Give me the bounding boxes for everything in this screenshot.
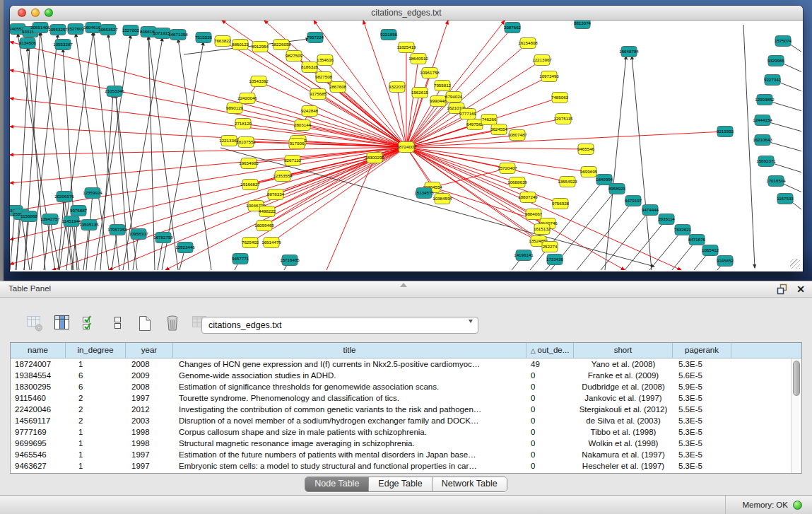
table-row[interactable]: 1456911722003Disruption of a novel membe… <box>11 415 801 426</box>
graph-node[interactable]: 6794024 <box>445 92 463 103</box>
graph-node[interactable]: 18807249 <box>518 192 538 203</box>
table-scrollbar-thumb[interactable] <box>793 361 800 396</box>
graph-node[interactable]: 12975115 <box>553 114 573 124</box>
graph-node[interactable]: 746266 <box>481 115 497 125</box>
graph-node[interactable]: 16099469 <box>254 221 274 231</box>
graph-node[interactable]: 15134575 <box>414 188 434 199</box>
graph-node[interactable]: 17016504 <box>766 176 786 187</box>
graph-node[interactable]: 14196141 <box>514 250 534 261</box>
graph-node[interactable]: 13942757 <box>40 214 60 225</box>
graph-node[interactable]: 12923446 <box>175 243 195 253</box>
graph-node[interactable]: 12444154 <box>753 115 772 126</box>
graph-node[interactable]: 9756928 <box>552 199 570 209</box>
graph-node[interactable]: 18107552 <box>236 137 256 148</box>
panel-resize-handle[interactable] <box>400 283 407 287</box>
close-panel-icon[interactable]: ✕ <box>796 284 805 295</box>
graph-node[interactable]: 8878334 <box>267 189 285 200</box>
graph-node[interactable]: 18226058 <box>271 40 291 50</box>
graph-node[interactable]: 9884067 <box>525 209 543 220</box>
graph-node[interactable]: 15720407 <box>498 163 517 174</box>
graph-node[interactable]: 7625402 <box>242 238 259 248</box>
graph-node[interactable]: 8813074 <box>574 21 592 29</box>
column-header-short[interactable]: short <box>574 343 673 358</box>
graph-node[interactable]: 10553287 <box>53 40 73 50</box>
graph-node[interactable]: 1733426 <box>546 255 564 265</box>
delete-rows-icon[interactable] <box>162 313 183 334</box>
graph-node[interactable]: 1167533 <box>777 194 794 204</box>
graph-node[interactable]: 7485063 <box>551 93 569 103</box>
window-titlebar[interactable]: citations_edges.txt <box>10 6 803 21</box>
graph-node[interactable]: 21053346 <box>105 86 124 97</box>
graph-node[interactable]: 12359924 <box>83 188 102 199</box>
graph-node[interactable]: 2087662 <box>504 23 522 33</box>
graph-node[interactable]: 8215953 <box>717 127 734 137</box>
graph-node[interactable]: 11451944 <box>61 216 81 227</box>
table-settings-icon[interactable] <box>24 313 45 334</box>
graph-node[interactable]: 7955812 <box>434 81 452 91</box>
graph-node[interactable]: 1615132 <box>534 224 551 235</box>
graph-node[interactable]: 7663822 <box>214 36 232 47</box>
graph-node[interactable]: 16154808 <box>518 38 538 49</box>
graph-node[interactable]: 8958923 <box>608 184 626 194</box>
tab-node-table[interactable]: Node Table <box>305 477 369 491</box>
memory-status-indicator-icon[interactable] <box>793 501 802 510</box>
graph-node[interactable]: 8186328 <box>301 62 319 73</box>
graph-node[interactable]: 2935114 <box>658 214 675 225</box>
graph-node[interactable]: 4498222 <box>259 206 276 217</box>
graph-node[interactable]: 1527802 <box>122 25 140 36</box>
graph-node[interactable]: 14671358 <box>168 30 188 40</box>
table-row[interactable]: 946362711997Embryonic stem cells: a mode… <box>11 460 801 472</box>
table-row[interactable]: 946554611997Estimation of the future num… <box>11 449 801 460</box>
table-row[interactable]: 1872400712008Changes of HCN gene express… <box>11 358 801 370</box>
table-row[interactable]: 911546021997Tourette syndrome. Phenomeno… <box>11 392 801 404</box>
graph-node[interactable]: 13654923 <box>558 177 577 187</box>
graph-node[interactable]: 20691406 <box>30 23 50 33</box>
graph-node[interactable]: 7957224 <box>307 33 324 43</box>
graph-node[interactable]: 16914479 <box>261 238 281 248</box>
float-panel-icon[interactable] <box>777 284 788 295</box>
graph-node[interactable]: 10958107 <box>129 229 148 240</box>
tab-edge-table[interactable]: Edge Table <box>369 477 432 491</box>
graph-node[interactable]: 7515526 <box>195 33 213 43</box>
graph-node[interactable]: 9827508 <box>315 72 333 83</box>
table-selector-dropdown[interactable]: citations_edges.txt <box>201 317 478 334</box>
graph-node[interactable]: 13505135 <box>79 220 99 230</box>
graph-node[interactable]: 8912954 <box>252 42 269 52</box>
row-height-icon[interactable] <box>107 313 128 334</box>
graph-node[interactable]: 1156868 <box>20 211 37 222</box>
graph-node[interactable]: 7632621 <box>674 225 692 235</box>
graph-node[interactable]: 252274 <box>542 242 558 252</box>
graph-node[interactable]: 10807487 <box>507 130 527 141</box>
graph-node[interactable]: 10553257 <box>48 25 68 35</box>
graph-node[interactable]: 19166827 <box>240 180 260 190</box>
table-scrollbar[interactable] <box>791 358 801 473</box>
graph-node[interactable]: 18640910 <box>408 54 428 64</box>
graph-node[interactable]: 3624554 <box>490 124 508 135</box>
graph-node[interactable]: 9827509 <box>286 51 303 62</box>
table-row[interactable]: 1830029562008Estimation of significance … <box>11 381 801 392</box>
graph-node[interactable]: 9777169 <box>459 109 477 119</box>
graph-node[interactable]: 18300295 <box>365 153 384 163</box>
graph-node[interactable]: 10973493 <box>539 71 559 82</box>
graph-node[interactable]: 9221856 <box>380 30 398 40</box>
column-header-title[interactable]: title <box>173 343 526 358</box>
graph-node[interactable]: 9245652 <box>717 256 734 267</box>
graph-node[interactable]: 10543392 <box>249 76 269 87</box>
graph-node[interactable]: 15716485 <box>280 255 300 266</box>
tab-network-table[interactable]: Network Table <box>433 477 507 491</box>
graph-node[interactable]: 9329966 <box>767 56 785 66</box>
table-row[interactable]: 2242004622012Investigating the contribut… <box>11 404 801 415</box>
network-graph-canvas[interactable]: 2405572933159020691406105532571527602160… <box>10 21 801 270</box>
table-row[interactable]: 1938455462009Genome-wide association stu… <box>11 370 801 381</box>
column-header-name[interactable]: name <box>11 343 66 358</box>
graph-node[interactable]: 19654985 <box>239 158 259 169</box>
graph-node[interactable]: 1562615 <box>411 88 429 98</box>
new-table-icon[interactable] <box>134 313 155 334</box>
graph-node[interactable]: 16210643 <box>753 135 772 146</box>
graph-node[interactable]: 9134506 <box>19 38 37 49</box>
graph-node[interactable]: 10688639 <box>507 177 527 188</box>
graph-node[interactable]: 16648784 <box>619 47 639 57</box>
column-header-year[interactable]: year <box>126 343 173 358</box>
graph-node[interactable]: 8267110 <box>284 156 301 166</box>
column-header-in_degree[interactable]: in_degree <box>66 343 126 358</box>
